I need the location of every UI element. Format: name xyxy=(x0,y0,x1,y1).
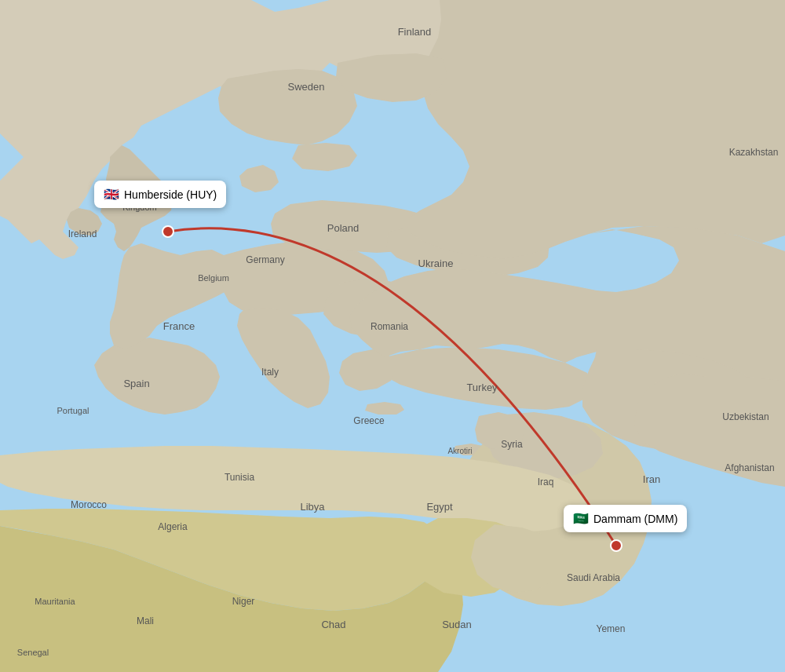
svg-text:Greece: Greece xyxy=(353,415,385,426)
svg-text:Egypt: Egypt xyxy=(426,501,453,513)
svg-text:France: France xyxy=(163,320,195,332)
svg-text:Yemen: Yemen xyxy=(597,623,626,634)
svg-text:Portugal: Portugal xyxy=(57,406,89,415)
svg-text:Poland: Poland xyxy=(327,222,359,234)
svg-text:Uzbekistan: Uzbekistan xyxy=(722,411,769,422)
svg-point-1 xyxy=(162,226,173,237)
svg-text:Ireland: Ireland xyxy=(68,228,97,239)
svg-text:Akrotiri: Akrotiri xyxy=(447,447,472,455)
svg-text:Turkey: Turkey xyxy=(466,382,498,393)
humberside-airport-name: Humberside (HUY) xyxy=(124,188,217,201)
svg-text:Italy: Italy xyxy=(261,367,279,378)
svg-text:Tunisia: Tunisia xyxy=(225,472,255,483)
map-container: Finland Sweden Ireland United Kingdom Be… xyxy=(0,0,785,672)
svg-text:Mali: Mali xyxy=(137,615,154,626)
svg-text:Ukraine: Ukraine xyxy=(418,257,454,269)
svg-text:Afghanistan: Afghanistan xyxy=(725,462,774,473)
dammam-airport-name: Dammam (DMM) xyxy=(593,513,677,525)
svg-text:Sudan: Sudan xyxy=(442,619,472,630)
svg-text:Germany: Germany xyxy=(246,254,284,265)
svg-text:Mauritania: Mauritania xyxy=(35,597,75,606)
svg-text:Saudi Arabia: Saudi Arabia xyxy=(567,572,620,583)
svg-text:Belgium: Belgium xyxy=(198,273,229,283)
svg-text:Senegal: Senegal xyxy=(17,648,49,657)
humberside-airport-label: 🇬🇧 Humberside (HUY) xyxy=(94,181,226,208)
sa-flag: 🇸🇦 xyxy=(573,511,589,526)
uk-flag: 🇬🇧 xyxy=(104,187,119,202)
svg-text:Sweden: Sweden xyxy=(288,81,325,93)
svg-text:Algeria: Algeria xyxy=(158,521,188,532)
svg-text:Libya: Libya xyxy=(300,501,325,513)
svg-text:Finland: Finland xyxy=(398,26,432,38)
svg-text:Iraq: Iraq xyxy=(538,477,554,488)
svg-text:Chad: Chad xyxy=(321,619,345,630)
svg-text:Morocco: Morocco xyxy=(71,499,107,510)
svg-point-2 xyxy=(611,540,622,551)
svg-text:Syria: Syria xyxy=(501,439,523,450)
svg-text:Romania: Romania xyxy=(371,321,408,332)
map-svg: Finland Sweden Ireland United Kingdom Be… xyxy=(0,0,785,672)
dammam-airport-label: 🇸🇦 Dammam (DMM) xyxy=(564,505,687,532)
svg-text:Niger: Niger xyxy=(232,596,255,607)
svg-text:Spain: Spain xyxy=(123,378,149,389)
svg-text:Kazakhstan: Kazakhstan xyxy=(729,147,779,158)
svg-text:Iran: Iran xyxy=(643,473,660,485)
